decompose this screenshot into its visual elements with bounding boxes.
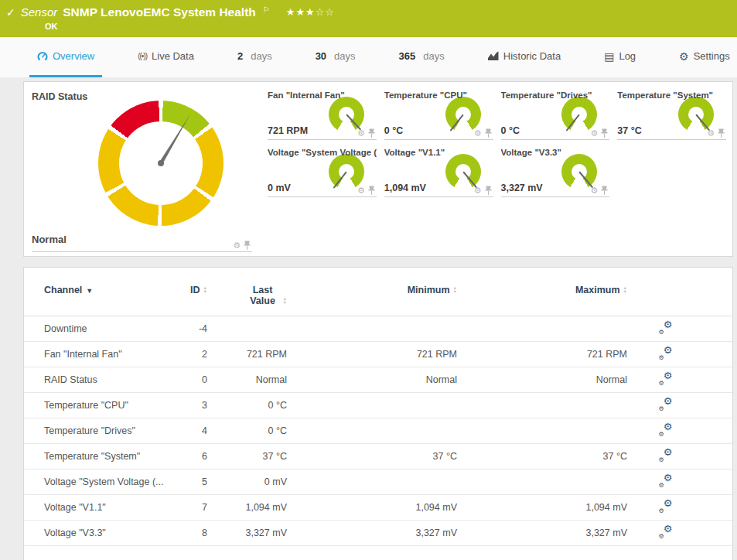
gear-icon[interactable]: ⚙ (474, 129, 482, 138)
channel-settings-icon[interactable]: ⚙⚙ (660, 500, 673, 513)
gear-icon[interactable]: ⚙ (590, 186, 598, 195)
channel-name[interactable]: Fan "Internal Fan" (24, 342, 179, 367)
sensor-status-banner: ✓ Sensor SNMP LenovoEMC System Health ⚐ … (0, 0, 737, 37)
gauge-value: 721 RPM (268, 125, 308, 136)
pin-icon[interactable] (485, 128, 492, 138)
overview-gauges-panel: RAID Status Normal ⚙ Fan "Internal Fan" … (23, 81, 733, 257)
gauge-dial (561, 154, 597, 190)
channel-name[interactable]: RAID Status (24, 367, 179, 393)
chart-icon (488, 51, 499, 61)
channel-settings-icon[interactable]: ⚙⚙ (660, 449, 673, 462)
raid-status-gauge-dial (98, 101, 223, 226)
table-row: Fan "Internal Fan" 2 721 RPM 721 RPM 721… (24, 342, 732, 367)
gauge-value: 0 °C (384, 125, 403, 136)
channel-settings-icon[interactable]: ⚙⚙ (660, 373, 673, 385)
tab-2-days[interactable]: 2days (230, 37, 280, 77)
channel-id: 8 (179, 521, 207, 546)
channel-name[interactable]: Temperature "System" (24, 444, 179, 470)
tab-365-days[interactable]: 365days (391, 37, 452, 77)
gauge-icon (37, 51, 48, 62)
channel-id: 5 (179, 470, 207, 495)
gauge-dial (329, 97, 364, 132)
column-header-filler (705, 268, 732, 316)
column-header-minimum[interactable]: Minimum▲▼ (287, 268, 457, 316)
gauge-tile-voltage-system[interactable]: Voltage "System Voltage (12... 0 mV ⚙ (268, 145, 377, 197)
table-row: Voltage "V1.1" 7 1,094 mV 1,094 mV 1,094… (24, 495, 732, 521)
channel-name[interactable]: Voltage "System Voltage (... (24, 470, 179, 495)
channel-settings-icon[interactable]: ⚙⚙ (660, 526, 673, 538)
pin-icon[interactable] (601, 186, 608, 195)
sort-icon: ▲▼ (623, 286, 627, 293)
gauge-label: Temperature "CPU" (384, 90, 467, 100)
gauge-dial (445, 154, 481, 190)
channel-settings-icon[interactable]: ⚙⚙ (660, 475, 673, 487)
pin-icon[interactable] (368, 128, 375, 138)
gauge-tile-voltage-v3-3[interactable]: Voltage "V3.3" 3,327 mV ⚙ (501, 145, 610, 197)
gauge-tile-temperature-system[interactable]: Temperature "System" 37 °C ⚙ (617, 88, 726, 140)
table-row: Temperature "CPU" 3 0 °C ⚙⚙ (24, 393, 732, 418)
tab-log[interactable]: ▤ Log (596, 37, 643, 77)
gauge-tile-temperature-drives[interactable]: Temperature "Drives" 0 °C ⚙ (501, 88, 610, 140)
channel-maximum: 3,327 mV (457, 521, 627, 546)
priority-stars[interactable]: ★★★☆☆ (286, 6, 335, 18)
channel-last-value: 3,327 mV (207, 521, 287, 546)
channel-minimum (287, 470, 457, 495)
gauge-value: 1,094 mV (384, 183, 426, 193)
pin-icon[interactable] (244, 241, 251, 250)
gear-icon[interactable]: ⚙ (474, 186, 482, 195)
gear-icon[interactable]: ⚙ (590, 129, 598, 138)
tab-historic-data[interactable]: Historic Data (480, 37, 568, 77)
pin-icon[interactable] (485, 186, 492, 195)
empty-gauge-slot (617, 145, 726, 197)
gauge-dial (678, 97, 714, 132)
channels-table: Channel▼ ID▲▼ Last Value▲▼ Minimum▲▼ Max… (24, 268, 732, 546)
channel-name[interactable]: Voltage "V1.1" (24, 495, 179, 521)
table-row: Downtime -4 ⚙⚙ (24, 316, 732, 342)
gauge-tile-fan-internal-fan[interactable]: Fan "Internal Fan" 721 RPM ⚙ (268, 88, 377, 140)
gauge-value: 37 °C (617, 125, 641, 136)
gear-icon[interactable]: ⚙ (707, 129, 715, 138)
tab-settings[interactable]: ⚙ Settings (671, 37, 737, 77)
channel-last-value: 0 °C (207, 393, 287, 418)
channel-settings-icon[interactable]: ⚙⚙ (660, 347, 673, 360)
channel-maximum: 721 RPM (457, 342, 627, 367)
channel-maximum (457, 393, 627, 418)
channel-settings-icon[interactable]: ⚙⚙ (660, 398, 673, 411)
pin-icon[interactable] (601, 128, 608, 138)
column-header-id[interactable]: ID▲▼ (179, 268, 207, 316)
tab-live-data[interactable]: ((•)) Live Data (130, 37, 202, 77)
channel-minimum: Normal (287, 367, 457, 393)
channel-id: -4 (179, 316, 207, 342)
table-row: Temperature "System" 6 37 °C 37 °C 37 °C… (24, 444, 732, 470)
channel-settings-icon[interactable]: ⚙⚙ (660, 322, 673, 334)
column-header-channel[interactable]: Channel▼ (24, 268, 179, 316)
channel-minimum (287, 418, 457, 444)
flag-icon[interactable]: ⚐ (263, 5, 270, 14)
tab-30-days[interactable]: 30days (308, 37, 363, 77)
gear-icon[interactable]: ⚙ (233, 241, 241, 250)
pin-icon[interactable] (368, 186, 375, 195)
column-header-maximum[interactable]: Maximum▲▼ (457, 268, 627, 316)
tab-overview[interactable]: Overview (29, 37, 102, 77)
sort-desc-icon: ▼ (86, 287, 93, 295)
gear-icon[interactable]: ⚙ (357, 129, 365, 138)
live-data-icon: ((•)) (138, 52, 147, 60)
gauge-dial (561, 97, 597, 132)
channel-last-value: Normal (207, 367, 287, 393)
gear-icon[interactable]: ⚙ (357, 186, 365, 195)
gauge-tile-raid-status[interactable]: RAID Status Normal ⚙ (24, 82, 260, 256)
channel-minimum (287, 393, 457, 418)
column-header-last-value[interactable]: Last Value▲▼ (207, 268, 287, 316)
gauge-tile-voltage-v1-1[interactable]: Voltage "V1.1" 1,094 mV ⚙ (384, 145, 493, 197)
channel-settings-icon[interactable]: ⚙⚙ (660, 424, 673, 436)
channel-name[interactable]: Temperature "Drives" (24, 418, 179, 444)
channel-name[interactable]: Temperature "CPU" (24, 393, 179, 418)
channel-id: 2 (179, 342, 207, 367)
channel-name[interactable]: Voltage "V3.3" (24, 521, 179, 546)
gauge-label: Temperature "Drives" (501, 90, 592, 100)
pin-icon[interactable] (718, 128, 725, 138)
channel-name[interactable]: Downtime (24, 316, 179, 342)
column-header-settings (627, 268, 705, 316)
gauge-tile-temperature-cpu[interactable]: Temperature "CPU" 0 °C ⚙ (384, 88, 493, 140)
status-badge: OK (45, 22, 729, 31)
